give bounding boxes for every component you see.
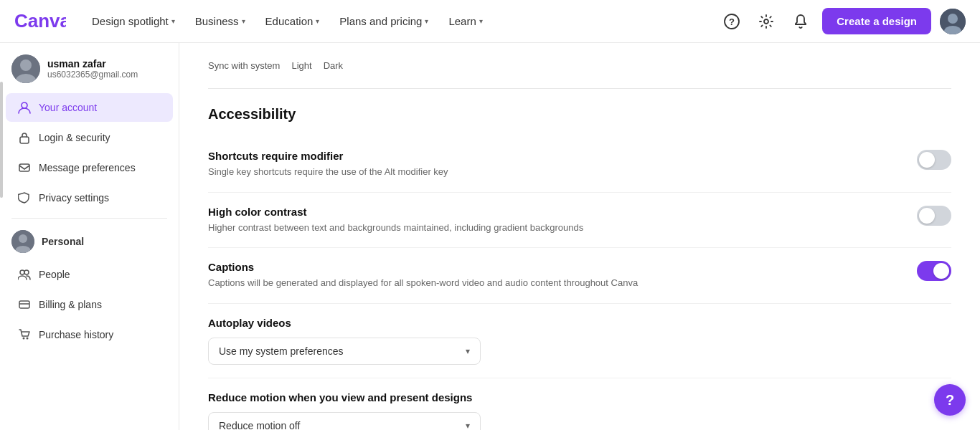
sidebar-item-label: Message preferences — [39, 162, 136, 173]
create-design-button[interactable]: Create a design — [822, 8, 931, 34]
help-icon-button[interactable]: ? — [719, 9, 745, 34]
sidebar-item-people[interactable]: People — [6, 260, 173, 289]
svg-point-21 — [27, 338, 29, 340]
chevron-down-icon: ▾ — [479, 17, 483, 25]
chevron-down-icon: ▾ — [466, 346, 470, 356]
person-icon — [17, 100, 32, 115]
nav-items: Design spotlight ▾ Business ▾ Education … — [83, 9, 713, 33]
sidebar-item-login-security[interactable]: Login & security — [6, 123, 173, 152]
mail-icon — [17, 161, 32, 175]
cart-icon — [17, 328, 32, 342]
sidebar: usman zafar us6032365@gmail.com Your acc… — [0, 43, 179, 430]
setting-desc: Higher contrast between text and backgro… — [208, 221, 888, 235]
setting-title: Shortcuts require modifier — [208, 150, 888, 162]
main-content: Sync with system Light Dark Accessibilit… — [179, 43, 980, 430]
shield-icon — [17, 191, 32, 205]
checkmark-icon: ✓ — [936, 265, 942, 274]
svg-point-10 — [22, 102, 27, 108]
help-button[interactable]: ? — [934, 384, 966, 416]
sidebar-item-label: Your account — [39, 102, 97, 113]
main-body: usman zafar us6032365@gmail.com Your acc… — [0, 43, 980, 430]
svg-rect-12 — [19, 164, 29, 171]
svg-rect-11 — [20, 137, 29, 143]
theme-options-row: Sync with system Light Dark — [208, 60, 951, 89]
settings-icon-button[interactable] — [753, 9, 779, 34]
sidebar-item-message-preferences[interactable]: Message preferences — [6, 153, 173, 182]
chevron-down-icon: ▾ — [425, 17, 428, 25]
accessibility-heading: Accessibility — [208, 106, 951, 123]
setting-shortcuts-modifier: Shortcuts require modifier Single key sh… — [208, 137, 951, 193]
sidebar-personal-header: Personal — [0, 224, 179, 259]
svg-rect-18 — [19, 301, 29, 308]
chevron-down-icon: ▾ — [316, 17, 319, 25]
personal-label: Personal — [42, 236, 84, 247]
svg-point-14 — [19, 234, 27, 243]
svg-point-5 — [948, 14, 958, 24]
sidebar-item-label: Purchase history — [39, 329, 113, 340]
chevron-down-icon: ▾ — [242, 17, 245, 25]
top-navigation: Canva Design spotlight ▾ Business ▾ Educ… — [0, 0, 980, 43]
notifications-icon-button[interactable] — [788, 9, 814, 34]
toggle-thumb — [919, 152, 935, 168]
setting-reduce-motion: Reduce motion when you view and present … — [208, 378, 951, 431]
personal-avatar — [11, 230, 34, 253]
setting-title: Captions — [208, 261, 888, 273]
chevron-down-icon: ▾ — [171, 17, 175, 25]
setting-desc: Captions will be generated and displayed… — [208, 276, 888, 290]
svg-point-8 — [20, 59, 32, 71]
dropdown-value: Reduce motion off — [219, 420, 300, 431]
nav-design-spotlight[interactable]: Design spotlight ▾ — [83, 9, 184, 33]
dropdown-value: Use my system preferences — [219, 345, 344, 357]
sidebar-scrollbar[interactable] — [0, 82, 3, 198]
sidebar-item-billing-plans[interactable]: Billing & plans — [6, 290, 173, 319]
setting-captions: Captions Captions will be generated and … — [208, 248, 951, 304]
sidebar-item-label: Billing & plans — [39, 299, 102, 310]
setting-title: Autoplay videos — [208, 317, 923, 329]
captions-toggle[interactable]: ✓ — [917, 261, 951, 281]
user-avatar[interactable] — [940, 9, 966, 34]
svg-point-20 — [23, 338, 25, 340]
setting-desc: Single key shortcuts require the use of … — [208, 165, 888, 179]
sidebar-user-email: us6032365@gmail.com — [47, 70, 138, 80]
sidebar-item-your-account[interactable]: Your account — [6, 93, 173, 122]
sidebar-item-privacy-settings[interactable]: Privacy settings — [6, 183, 173, 212]
canva-logo[interactable]: Canva — [14, 11, 66, 32]
lock-icon — [17, 130, 32, 145]
theme-sync-system[interactable]: Sync with system — [208, 60, 280, 71]
shortcuts-modifier-toggle[interactable] — [917, 150, 951, 170]
svg-point-17 — [24, 270, 29, 274]
sidebar-divider — [11, 218, 167, 219]
sidebar-item-purchase-history[interactable]: Purchase history — [6, 320, 173, 349]
svg-text:?: ? — [729, 16, 735, 27]
svg-text:Canva: Canva — [14, 11, 66, 32]
setting-title: Reduce motion when you view and present … — [208, 391, 923, 403]
card-icon — [17, 297, 32, 312]
svg-point-16 — [20, 270, 24, 274]
setting-title: High color contrast — [208, 206, 888, 218]
sidebar-item-label: Privacy settings — [39, 192, 109, 204]
nav-business[interactable]: Business ▾ — [187, 9, 254, 33]
nav-education[interactable]: Education ▾ — [257, 9, 329, 33]
nav-learn[interactable]: Learn ▾ — [440, 9, 491, 33]
toggle-thumb — [919, 208, 935, 224]
setting-high-color-contrast: High color contrast Higher contrast betw… — [208, 193, 951, 249]
sidebar-item-label: People — [39, 269, 70, 280]
chevron-down-icon: ▾ — [466, 421, 470, 431]
sidebar-avatar — [11, 54, 40, 83]
theme-light[interactable]: Light — [291, 60, 311, 71]
sidebar-item-label: Login & security — [39, 132, 110, 143]
high-color-contrast-toggle[interactable] — [917, 206, 951, 226]
people-icon — [17, 267, 32, 282]
svg-point-3 — [764, 19, 768, 24]
setting-autoplay-videos: Autoplay videos Use my system preference… — [208, 304, 951, 378]
autoplay-videos-dropdown[interactable]: Use my system preferences ▾ — [208, 338, 481, 365]
sidebar-user-info: usman zafar us6032365@gmail.com — [0, 43, 179, 92]
nav-plans-pricing[interactable]: Plans and pricing ▾ — [331, 9, 437, 33]
reduce-motion-dropdown[interactable]: Reduce motion off ▾ — [208, 412, 481, 431]
topnav-right: ? Create a design — [719, 8, 966, 34]
theme-dark[interactable]: Dark — [324, 60, 343, 71]
sidebar-username: usman zafar — [47, 58, 138, 70]
